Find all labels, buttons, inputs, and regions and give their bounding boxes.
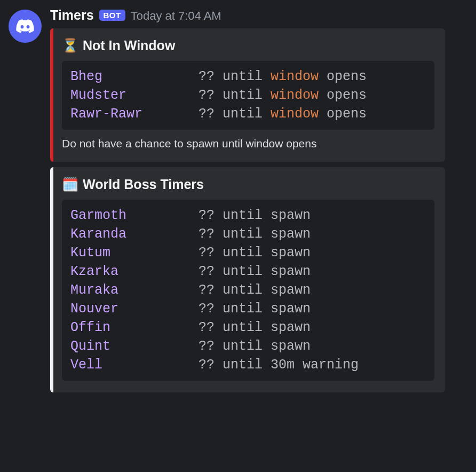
embed-footer: Do not have a chance to spawn until wind… [62,137,434,150]
embed-title-text: World Boss Timers [83,177,204,192]
message-content: Timers BOT Today at 7:04 AM ⏳ Not In Win… [50,7,467,398]
boss-name: Garmoth [70,208,126,223]
timer-row: Quint ?? until spawn [70,337,426,356]
embed-body: 🗓️ World Boss Timers Garmoth ?? until sp… [53,167,445,392]
boss-name: Bheg [70,69,102,84]
timer-row: Karanda ?? until spawn [70,225,426,243]
timer-row: Nouver ?? until spawn [70,300,426,318]
embed-title: 🗓️ World Boss Timers [62,177,434,192]
timer-row: Rawr-Rawr ?? until window opens [70,105,426,123]
embed-title-text: Not In Window [83,38,175,53]
boss-name: Quint [70,339,110,354]
boss-name: Nouver [70,301,118,317]
code-block: Bheg ?? until window opens Mudster ?? un… [62,61,434,130]
timer-row: Mudster ?? until window opens [70,86,426,105]
timer-row: Vell ?? until 30m warning [70,356,426,374]
username[interactable]: Timers [50,7,94,23]
boss-name: Kzarka [70,264,118,279]
calendar-icon: 🗓️ [62,177,78,192]
hourglass-icon: ⏳ [62,38,78,53]
boss-name: Rawr-Rawr [70,106,142,122]
avatar[interactable] [9,10,42,43]
boss-name: Vell [70,357,102,373]
timer-row: Offin ?? until spawn [70,318,426,337]
timer-row: Kutum ?? until spawn [70,243,426,262]
boss-name: Muraka [70,282,118,298]
embed-body: ⏳ Not In Window Bheg ?? until window ope… [53,28,445,162]
message: Timers BOT Today at 7:04 AM ⏳ Not In Win… [0,0,476,405]
timer-row: Bheg ?? until window opens [70,67,426,86]
bot-badge: BOT [99,10,125,21]
boss-name: Kutum [70,245,110,261]
embed-world-boss-timers: 🗓️ World Boss Timers Garmoth ?? until sp… [50,167,445,392]
boss-name: Offin [70,320,110,335]
boss-name: Karanda [70,226,126,242]
discord-icon [15,16,35,36]
timer-row: Muraka ?? until spawn [70,281,426,300]
message-header: Timers BOT Today at 7:04 AM [50,7,467,23]
boss-name: Mudster [70,88,126,103]
code-block: Garmoth ?? until spawn Karanda ?? until … [62,200,434,381]
embed-title: ⏳ Not In Window [62,38,434,53]
timer-row: Garmoth ?? until spawn [70,206,426,225]
timestamp: Today at 7:04 AM [131,9,221,23]
embed-not-in-window: ⏳ Not In Window Bheg ?? until window ope… [50,28,445,162]
timer-row: Kzarka ?? until spawn [70,262,426,281]
